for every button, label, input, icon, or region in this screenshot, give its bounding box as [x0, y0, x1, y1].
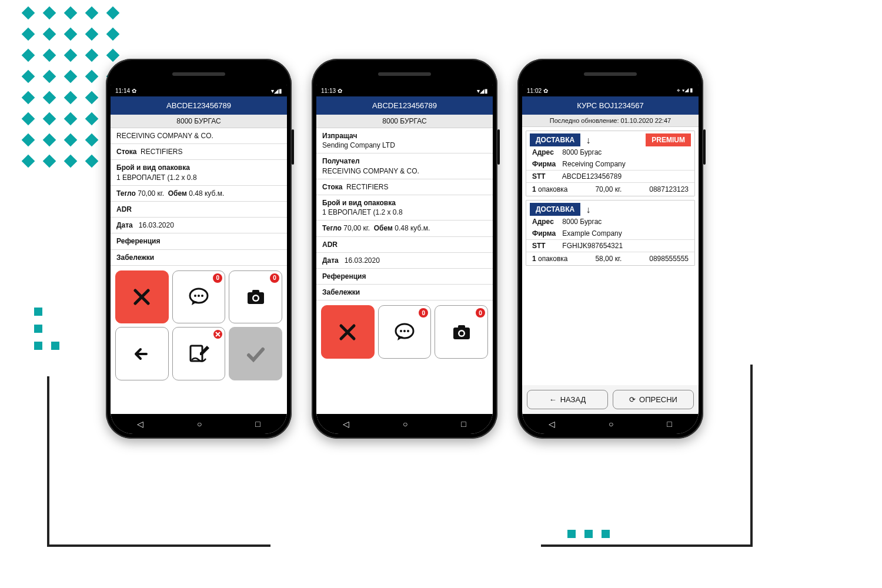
notes-row: Забележки [111, 250, 287, 266]
badge: 0 [270, 273, 279, 283]
svg-point-13 [407, 330, 409, 332]
bracket-right-v [750, 365, 753, 547]
date-row: Дата 16.03.2020 [316, 253, 493, 269]
premium-chip: PREMIUM [646, 133, 691, 146]
nav-back-icon[interactable]: ◁ [137, 419, 143, 429]
badge: 0 [213, 273, 222, 283]
camera-icon [244, 285, 268, 309]
chat-button[interactable]: 0 [378, 305, 432, 359]
decor-sq [567, 530, 576, 538]
svg-point-1 [194, 295, 196, 297]
close-icon [132, 287, 152, 307]
company-row: RECEIVING COMPANY & CO. [111, 128, 287, 144]
nav-back-icon[interactable]: ◁ [549, 419, 555, 429]
page-title: ABCDE123456789 [316, 96, 493, 115]
sign-button[interactable] [172, 327, 226, 380]
status-bar: 11:13 ✿▾◢▮ [316, 85, 493, 96]
confirm-button[interactable] [229, 327, 282, 380]
nav-home-icon[interactable]: ○ [403, 419, 407, 429]
page-title: ABCDE123456789 [111, 96, 287, 115]
card-footer: 1 опаковка 58,00 кг. 0898555555 [526, 252, 694, 265]
camera-icon [450, 320, 473, 344]
weight-row: Тегло 70,00 кг. Обем 0.48 куб.м. [316, 220, 493, 236]
adr-row: ADR [316, 237, 493, 253]
status-bar: 11:14 ✿ ▾◢▮ [111, 85, 287, 96]
delivery-card-2[interactable]: ДОСТАВКА ↓ Адрес 8000 Бургас Фирма Examp… [526, 200, 695, 266]
weight-row: Тегло 70,00 кг. Обем 0.48 куб.м. [111, 186, 287, 202]
cancel-button[interactable] [321, 305, 375, 359]
arrow-down-icon: ↓ [586, 135, 591, 146]
ref-row: Референция [111, 233, 287, 249]
delivery-chip: ДОСТАВКА [530, 203, 580, 216]
decor-sq [34, 308, 42, 316]
decor-sq [51, 342, 59, 350]
back-button[interactable] [115, 327, 169, 380]
back-button[interactable]: ← НАЗАД [527, 390, 608, 409]
adr-row: ADR [111, 202, 287, 218]
goods-row: Стока RECTIFIERS [316, 179, 493, 195]
android-nav: ◁ ○ □ [316, 414, 493, 434]
svg-rect-15 [458, 325, 465, 329]
pack-row: Брой и вид опаковка1 ЕВРОПАЛЕТ (1.2 x 0.… [111, 160, 287, 185]
notes-row: Забележки [316, 285, 493, 300]
delete-dot-icon [213, 330, 222, 339]
bracket-right-h [541, 544, 753, 547]
nav-home-icon[interactable]: ○ [609, 419, 613, 429]
phone-3: 11:02 ✿⌖ ▾◢▮ КУРС BOJ1234567 Последно об… [517, 59, 703, 439]
status-icons: ▾◢▮ [271, 88, 282, 94]
svg-point-12 [403, 330, 406, 332]
chat-icon [393, 320, 416, 344]
addr-row: Адрес 8000 Бургас [526, 216, 694, 228]
close-icon [338, 322, 358, 342]
page-title: КУРС BOJ1234567 [522, 96, 699, 115]
nav-recent-icon[interactable]: □ [461, 419, 466, 429]
stt-row: STT ABCDE123456789 [526, 170, 694, 182]
camera-button[interactable]: 0 [435, 305, 488, 359]
date-row: Дата 16.03.2020 [111, 218, 287, 233]
receiver-row: ПолучателRECEIVING COMPANY & CO. [316, 153, 493, 179]
check-icon [244, 342, 268, 366]
arrow-down-icon: ↓ [586, 205, 591, 215]
updated-row: Последно обновление: 01.10.2020 22:47 [522, 115, 699, 127]
bracket-left-v [47, 376, 49, 547]
firm-row: Фирма Example Company [526, 228, 694, 239]
svg-point-3 [201, 295, 203, 297]
chat-button[interactable]: 0 [172, 270, 226, 324]
nav-home-icon[interactable]: ○ [197, 419, 202, 429]
arrow-left-icon: ← [549, 395, 557, 404]
subtitle: 8000 БУРГАС [316, 115, 493, 128]
nav-back-icon[interactable]: ◁ [343, 419, 349, 429]
stt-row: STT FGHIJK987654321 [526, 239, 694, 252]
decor-sq [34, 342, 42, 350]
refresh-icon: ⟳ [629, 395, 636, 404]
nav-recent-icon[interactable]: □ [255, 419, 260, 429]
svg-rect-5 [252, 290, 259, 293]
pack-row: Брой и вид опаковка1 ЕВРОПАЛЕТ (1.2 x 0.… [316, 195, 493, 220]
delivery-card-1[interactable]: ДОСТАВКА ↓ PREMIUM Адрес 8000 Бургас Фир… [526, 131, 695, 196]
decor-sq [584, 530, 593, 538]
refresh-button[interactable]: ⟳ ОПРЕСНИ [613, 390, 694, 409]
card-footer: 1 1 опаковкаопаковка 70,00 кг. 088712312… [526, 182, 694, 196]
firm-row: Фирма Receiving Company [526, 158, 694, 170]
cancel-button[interactable] [115, 270, 169, 324]
decor-sq [34, 325, 42, 333]
android-nav: ◁ ○ □ [111, 414, 287, 434]
phone-1: 11:14 ✿ ▾◢▮ ABCDE123456789 8000 БУРГАС R… [106, 59, 292, 439]
svg-point-2 [198, 295, 200, 297]
camera-button[interactable]: 0 [229, 270, 282, 324]
decor-sq [602, 530, 610, 538]
android-nav: ◁ ○ □ [522, 414, 699, 434]
nav-recent-icon[interactable]: □ [667, 419, 671, 429]
status-bar: 11:02 ✿⌖ ▾◢▮ [522, 85, 699, 96]
svg-point-17 [459, 331, 463, 335]
badge: 0 [476, 308, 485, 318]
subtitle: 8000 БУРГАС [111, 115, 287, 128]
addr-row: Адрес 8000 Бургас [526, 146, 694, 158]
signature-icon [187, 342, 211, 366]
phone-2: 11:13 ✿▾◢▮ ABCDE123456789 8000 БУРГАС Из… [312, 59, 497, 439]
svg-point-7 [253, 296, 258, 300]
badge: 0 [419, 308, 428, 318]
chat-icon [187, 285, 211, 309]
arrow-left-icon [130, 342, 153, 366]
sender-row: ИзпращачSending Company LTD [316, 128, 493, 153]
